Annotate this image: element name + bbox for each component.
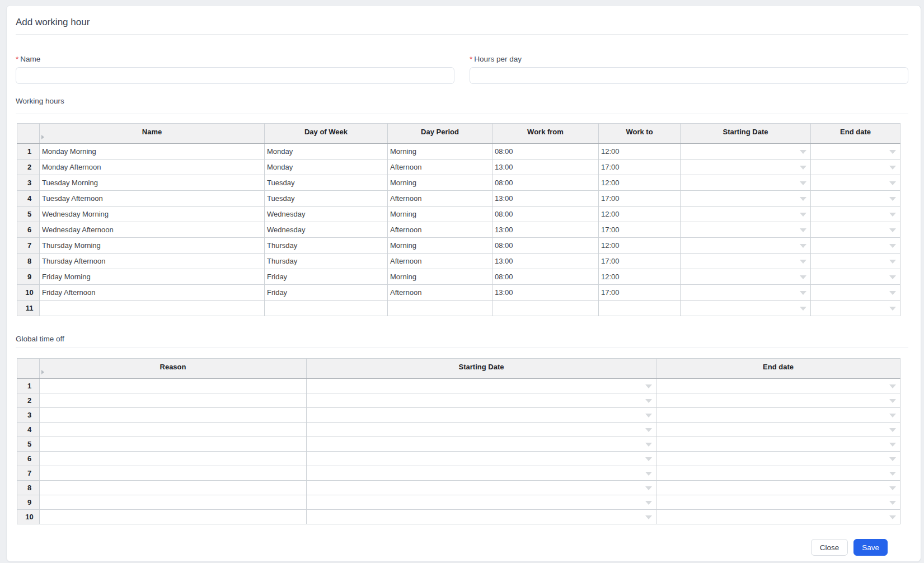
cell-work-to[interactable]: 17:00 xyxy=(599,254,681,269)
cell-day-period[interactable] xyxy=(388,301,493,316)
cell-starting-date[interactable] xyxy=(681,191,811,207)
cell-reason[interactable] xyxy=(40,495,307,510)
cell-day-of-week[interactable]: Friday xyxy=(265,285,388,301)
cell-work-from[interactable]: 08:00 xyxy=(493,269,599,285)
cell-name[interactable]: Thursday Afternoon xyxy=(40,254,265,269)
column-header-reason[interactable]: Reason xyxy=(40,359,307,379)
column-header-name[interactable]: Name xyxy=(40,124,265,144)
cell-end-date[interactable] xyxy=(811,285,900,301)
row-number[interactable]: 8 xyxy=(17,254,40,269)
cell-reason[interactable] xyxy=(40,452,307,466)
cell-starting-date[interactable] xyxy=(681,285,811,301)
cell-starting-date[interactable] xyxy=(307,393,656,408)
column-header-work-from[interactable]: Work from xyxy=(493,124,599,144)
name-input[interactable] xyxy=(16,67,454,84)
row-number[interactable]: 10 xyxy=(17,510,40,524)
cell-end-date[interactable] xyxy=(656,481,900,495)
row-number[interactable]: 6 xyxy=(17,222,40,238)
cell-starting-date[interactable] xyxy=(681,238,811,254)
close-button[interactable]: Close xyxy=(811,539,848,556)
cell-day-of-week[interactable]: Wednesday xyxy=(265,222,388,238)
column-header-end-date[interactable]: End date xyxy=(811,124,900,144)
cell-work-from[interactable]: 13:00 xyxy=(493,222,599,238)
cell-work-to[interactable]: 12:00 xyxy=(599,207,681,222)
cell-work-to[interactable]: 12:00 xyxy=(599,175,681,191)
cell-work-from[interactable]: 13:00 xyxy=(493,191,599,207)
cell-reason[interactable] xyxy=(40,466,307,481)
column-header-day-period[interactable]: Day Period xyxy=(388,124,493,144)
cell-starting-date[interactable] xyxy=(681,222,811,238)
cell-end-date[interactable] xyxy=(811,238,900,254)
cell-day-period[interactable]: Morning xyxy=(388,269,493,285)
cell-end-date[interactable] xyxy=(811,159,900,175)
cell-work-to[interactable]: 17:00 xyxy=(599,285,681,301)
cell-end-date[interactable] xyxy=(656,510,900,524)
cell-work-from[interactable]: 13:00 xyxy=(493,285,599,301)
cell-work-to[interactable]: 12:00 xyxy=(599,269,681,285)
cell-end-date[interactable] xyxy=(811,269,900,285)
row-number[interactable]: 9 xyxy=(17,495,40,510)
cell-starting-date[interactable] xyxy=(307,452,656,466)
column-header-day-of-week[interactable]: Day of Week xyxy=(265,124,388,144)
cell-starting-date[interactable] xyxy=(681,207,811,222)
cell-work-from[interactable]: 08:00 xyxy=(493,207,599,222)
cell-end-date[interactable] xyxy=(656,495,900,510)
corner-header-cell[interactable] xyxy=(17,124,40,144)
cell-day-of-week[interactable]: Tuesday xyxy=(265,175,388,191)
cell-work-from[interactable] xyxy=(493,301,599,316)
cell-end-date[interactable] xyxy=(811,222,900,238)
row-number[interactable]: 7 xyxy=(17,238,40,254)
cell-work-from[interactable]: 13:00 xyxy=(493,159,599,175)
cell-work-to[interactable]: 12:00 xyxy=(599,144,681,159)
cell-starting-date[interactable] xyxy=(307,466,656,481)
row-number[interactable]: 7 xyxy=(17,466,40,481)
cell-day-period[interactable]: Afternoon xyxy=(388,285,493,301)
cell-reason[interactable] xyxy=(40,408,307,423)
cell-day-period[interactable]: Afternoon xyxy=(388,191,493,207)
cell-work-from[interactable]: 13:00 xyxy=(493,254,599,269)
cell-end-date[interactable] xyxy=(811,207,900,222)
cell-day-of-week[interactable] xyxy=(265,301,388,316)
cell-reason[interactable] xyxy=(40,481,307,495)
cell-end-date[interactable] xyxy=(656,379,900,393)
cell-name[interactable] xyxy=(40,301,265,316)
row-number[interactable]: 2 xyxy=(17,159,40,175)
cell-name[interactable]: Friday Afternoon xyxy=(40,285,265,301)
row-number[interactable]: 11 xyxy=(17,301,40,316)
cell-end-date[interactable] xyxy=(811,175,900,191)
row-number[interactable]: 6 xyxy=(17,452,40,466)
cell-starting-date[interactable] xyxy=(681,144,811,159)
cell-day-of-week[interactable]: Thursday xyxy=(265,238,388,254)
cell-name[interactable]: Wednesday Morning xyxy=(40,207,265,222)
row-number[interactable]: 5 xyxy=(17,207,40,222)
cell-reason[interactable] xyxy=(40,510,307,524)
cell-end-date[interactable] xyxy=(811,254,900,269)
cell-starting-date[interactable] xyxy=(681,175,811,191)
column-header-work-to[interactable]: Work to xyxy=(599,124,681,144)
cell-end-date[interactable] xyxy=(656,437,900,452)
cell-starting-date[interactable] xyxy=(681,301,811,316)
cell-name[interactable]: Wednesday Afternoon xyxy=(40,222,265,238)
row-number[interactable]: 8 xyxy=(17,481,40,495)
cell-name[interactable]: Thursday Morning xyxy=(40,238,265,254)
cell-end-date[interactable] xyxy=(656,466,900,481)
cell-starting-date[interactable] xyxy=(307,379,656,393)
cell-end-date[interactable] xyxy=(656,452,900,466)
cell-day-of-week[interactable]: Tuesday xyxy=(265,191,388,207)
cell-name[interactable]: Friday Morning xyxy=(40,269,265,285)
row-number[interactable]: 10 xyxy=(17,285,40,301)
cell-end-date[interactable] xyxy=(656,423,900,437)
cell-end-date[interactable] xyxy=(811,191,900,207)
hours-per-day-input[interactable] xyxy=(470,67,908,84)
cell-reason[interactable] xyxy=(40,379,307,393)
cell-starting-date[interactable] xyxy=(307,510,656,524)
cell-day-of-week[interactable]: Wednesday xyxy=(265,207,388,222)
cell-work-to[interactable]: 17:00 xyxy=(599,222,681,238)
cell-day-period[interactable]: Afternoon xyxy=(388,159,493,175)
cell-work-to[interactable]: 17:00 xyxy=(599,191,681,207)
row-number[interactable]: 1 xyxy=(17,144,40,159)
cell-name[interactable]: Tuesday Afternoon xyxy=(40,191,265,207)
cell-reason[interactable] xyxy=(40,437,307,452)
cell-day-period[interactable]: Afternoon xyxy=(388,222,493,238)
cell-day-period[interactable]: Morning xyxy=(388,144,493,159)
